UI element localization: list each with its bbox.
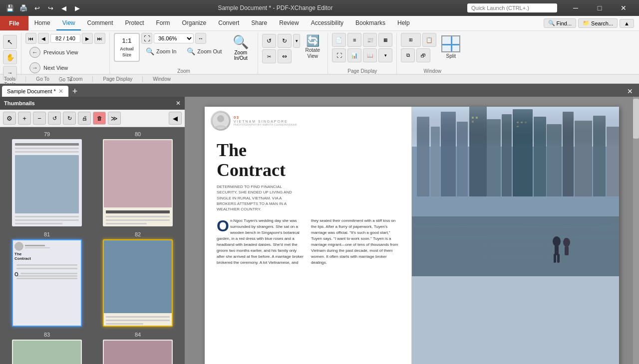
fit-page-button[interactable]: ⛶ [141, 33, 152, 44]
thumb-image-82[interactable] [103, 239, 173, 327]
print-button[interactable]: 🖨️ [17, 2, 29, 14]
back-button[interactable]: ◀ [58, 2, 70, 14]
ribbon-tool-select[interactable]: ↖ [3, 35, 17, 49]
thumb-image-83[interactable] [12, 340, 82, 364]
svg-rect-33 [557, 254, 560, 263]
rotate-more-button[interactable]: ▾ [293, 34, 300, 48]
facing-cont-button[interactable]: ▦ [378, 33, 392, 47]
doc-scrollbar[interactable] [633, 97, 639, 364]
next-view-button[interactable]: → Next View [25, 61, 105, 75]
menu-help[interactable]: Help [391, 16, 416, 30]
redo-button[interactable]: ↪ [44, 2, 56, 14]
thumbnails-title: Thumbnails [4, 100, 35, 106]
close-tab-area-button[interactable]: ✕ [623, 86, 637, 97]
window-btn-1[interactable]: ⊞ [401, 33, 421, 47]
full-screen-button[interactable]: ⛶ [332, 48, 346, 62]
rotate-view-button[interactable]: 🔄 Rotate View [302, 33, 323, 62]
quick-launch-input[interactable] [467, 3, 557, 12]
forward-button[interactable]: ▶ [71, 2, 83, 14]
thumb-image-84[interactable] [103, 340, 173, 364]
menu-file[interactable]: File [0, 16, 28, 30]
thumb-minus-button[interactable]: − [33, 112, 46, 125]
thumb-rotate-cw-button[interactable]: ↻ [63, 112, 76, 125]
new-tab-button[interactable]: + [69, 86, 81, 97]
zoom-out-button[interactable]: 🔍 Zoom Out [182, 45, 226, 57]
thumb-item-79[interactable]: 79 [4, 131, 90, 226]
fit-width-button[interactable]: ↔ [195, 33, 206, 44]
first-page-button[interactable]: ⏮ [25, 33, 36, 44]
thumb-item-80[interactable]: 80 [95, 131, 181, 226]
menu-share[interactable]: Share [245, 16, 273, 30]
thumb-more-button[interactable]: ≫ [108, 112, 121, 125]
last-page-button[interactable]: ⏭ [94, 33, 105, 44]
thumb-item-82[interactable]: 82 [95, 231, 181, 327]
menu-accessibility[interactable]: Accessibility [305, 16, 349, 30]
window-btn-4[interactable]: 🗗 [416, 48, 430, 62]
split-button[interactable]: Split [438, 33, 464, 62]
doc-scrollbar-thumb[interactable] [633, 99, 639, 139]
thumb-image-80[interactable] [103, 139, 173, 226]
find-button[interactable]: 🔍 Find... [544, 18, 577, 28]
menu-convert[interactable]: Convert [212, 16, 245, 30]
menu-form[interactable]: Form [150, 16, 176, 30]
window-btn-3[interactable]: ⧉ [401, 48, 415, 62]
thumb-label-83: 83 [44, 332, 50, 338]
thumbnails-header: Thumbnails ✕ [0, 97, 185, 110]
thumb-rotate-ccw-button[interactable]: ↺ [48, 112, 61, 125]
display-more-button[interactable]: ▾ [378, 48, 392, 62]
tab-close-button[interactable]: ✕ [58, 88, 63, 94]
undo-button[interactable]: ↩ [31, 2, 43, 14]
window-group-label: Window [401, 67, 464, 74]
continuous-button[interactable]: ≡ [347, 33, 361, 47]
mirror-button[interactable]: ⇔ [278, 49, 292, 63]
thumb-delete-button[interactable]: 🗑 [93, 112, 106, 125]
thumb-add-button[interactable]: + [18, 112, 31, 125]
facing-pages-button[interactable]: 📰 [363, 33, 377, 47]
thumb-item-83[interactable]: 83 [4, 332, 90, 364]
rotate-ccw-button[interactable]: ↺ [262, 34, 276, 48]
save-button[interactable]: 💾 [4, 2, 16, 14]
next-arrow-icon: → [29, 62, 40, 73]
page-num-badge: 03 VIETNAM SINGAPORE PHOTOGRAPHY BY AMRI… [211, 111, 297, 131]
collapse-ribbon-button[interactable]: ▲ [620, 19, 634, 28]
window-btn-2[interactable]: 📋 [422, 33, 436, 47]
menu-bookmarks[interactable]: Bookmarks [349, 16, 391, 30]
search-button[interactable]: 📁 Search... [578, 18, 618, 28]
prev-page-button[interactable]: ◀ [38, 33, 49, 44]
thumb-print-button[interactable]: 🖨 [78, 112, 91, 125]
previous-view-button[interactable]: ← Previous View [25, 45, 105, 59]
thumb-settings-button[interactable]: ⚙ [3, 112, 16, 125]
svg-point-34 [563, 238, 570, 247]
doc-view[interactable]: 03 VIETNAM SINGAPORE PHOTOGRAPHY BY AMRI… [185, 97, 639, 364]
maximize-button[interactable]: □ [588, 0, 611, 16]
presentation-button[interactable]: 📊 [347, 48, 361, 62]
reading-mode-button[interactable]: 📖 [363, 48, 377, 62]
thumb-item-81[interactable]: 81 TheContract [4, 231, 90, 327]
zoom-select[interactable]: 36.06% 25% 50% 75% 100% 150% 200% [154, 33, 194, 43]
zoom-in-button[interactable]: 🔍 Zoom In [141, 45, 181, 57]
menu-comment[interactable]: Comment [81, 16, 119, 30]
actual-size-button[interactable]: 1:1 Actual Size [114, 33, 140, 62]
menu-review[interactable]: Review [273, 16, 305, 30]
crop-button[interactable]: ✂ [262, 49, 276, 63]
split-icon [441, 35, 460, 52]
document-tab[interactable]: Sample Document * ✕ [2, 86, 68, 97]
thumb-collapse-button[interactable]: ◀ [169, 112, 182, 125]
thumb-image-81[interactable]: TheContract O [12, 239, 82, 327]
svg-point-1 [217, 115, 224, 122]
thumbnails-close-button[interactable]: ✕ [176, 100, 181, 107]
ribbon-tool-pan[interactable]: ✋ [3, 50, 17, 64]
menu-home[interactable]: Home [28, 16, 56, 30]
minimize-button[interactable]: ─ [564, 0, 587, 16]
menu-view[interactable]: View [56, 16, 81, 30]
zoom-inout-button[interactable]: 🔍 Zoom In/Out [228, 33, 254, 62]
single-page-button[interactable]: 📄 [332, 33, 346, 47]
thumb-image-79[interactable] [12, 139, 82, 226]
next-page-button[interactable]: ▶ [82, 33, 93, 44]
menu-protect[interactable]: Protect [119, 16, 150, 30]
thumb-item-84[interactable]: 84 [95, 332, 181, 364]
rotate-cw-button[interactable]: ↻ [278, 34, 292, 48]
close-button[interactable]: ✕ [612, 0, 635, 16]
menu-organize[interactable]: Organize [176, 16, 213, 30]
page-number-input[interactable] [50, 34, 80, 43]
